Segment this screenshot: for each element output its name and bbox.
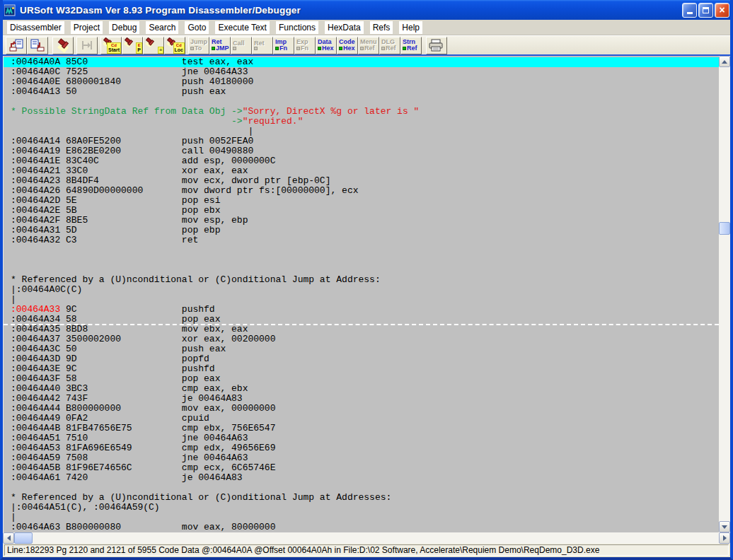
code-line[interactable]: :00464A35 8BD8 mov ebx, eax <box>4 325 719 334</box>
code-line[interactable]: :00464A0C 7525 jne 00464A33 <box>4 67 719 77</box>
open-disassembly-button[interactable] <box>6 37 27 54</box>
code-line[interactable]: :00464A53 81FA696E6549 cmp edx, 49656E69 <box>4 443 719 453</box>
maximize-button[interactable] <box>698 3 713 18</box>
return-jump-label: RetJMP <box>210 39 230 52</box>
menu-item-disassembler[interactable]: Disassembler <box>7 21 64 34</box>
menu-item-refs[interactable]: Refs <box>370 21 393 34</box>
code-line[interactable]: :00464A3D 9D popfd <box>4 354 719 364</box>
vertical-scroll-thumb[interactable] <box>719 222 730 235</box>
horizontal-scroll-track[interactable] <box>33 532 719 544</box>
save-disassembly-button[interactable] <box>27 37 48 54</box>
code-line[interactable]: :00464A42 743F je 00464A83 <box>4 394 719 404</box>
code-line[interactable]: :00464A13 50 push eax <box>4 87 719 97</box>
string-ref-button[interactable]: StrnRef <box>400 37 422 54</box>
code-line[interactable]: :00464A1E 83C40C add esp, 0000000C <box>4 156 719 166</box>
code-line[interactable]: :00464A21 33C0 xor eax, eax <box>4 166 719 176</box>
code-line[interactable]: :00464A34 58 pop eax <box>4 315 719 325</box>
code-line[interactable]: :00464A33 9C pushfd <box>4 305 719 315</box>
code-line[interactable]: :00464A26 64890D00000000 mov dword ptr f… <box>4 186 719 196</box>
scroll-up-button[interactable] <box>719 56 730 67</box>
menu-item-search[interactable]: Search <box>146 21 178 34</box>
code-line[interactable]: :00464A23 8B4DF4 mov ecx, dword ptr [ebp… <box>4 176 719 186</box>
code-line[interactable]: :00464A2F 8BE5 mov esp, ebp <box>4 216 719 226</box>
code-line[interactable]: :00464A3F 58 pop eax <box>4 374 719 384</box>
code-line[interactable]: :00464A0E 6800001840 push 40180000 <box>4 77 719 87</box>
reference-comment: | <box>4 513 719 523</box>
up-arrow-icon <box>722 60 727 64</box>
code-line[interactable]: :00464A3C 50 push eax <box>4 344 719 354</box>
code-line[interactable]: :00464A61 7420 je 00464A83 <box>4 473 719 483</box>
goto-entry-point-label: EP <box>136 42 142 54</box>
vertical-scrollbar[interactable] <box>719 56 730 532</box>
code-line[interactable]: :00464A2D 5E pop esi <box>4 196 719 206</box>
status-bar: Line:182293 Pg 2120 and 2121 of 5955 Cod… <box>3 544 730 556</box>
code-line[interactable]: :00464A31 5D pop ebp <box>4 226 719 235</box>
menu-bar: DisassemblerProjectDebugSearchGotoExecut… <box>3 20 730 35</box>
scroll-left-button[interactable] <box>3 532 14 544</box>
code-line[interactable]: :00464A63 B800000080 mov eax, 80000000 <box>4 523 719 532</box>
code-line[interactable]: :00464A37 3500002000 xor eax, 00200000 <box>4 334 719 344</box>
menu-ref-button: MenuRef <box>358 37 379 54</box>
stringdata-ref-comment: ->"required." <box>4 117 719 127</box>
code-line[interactable]: :00464A49 0FA2 cpuid <box>4 414 719 424</box>
blank-line <box>4 265 719 275</box>
code-line[interactable]: :00464A44 B800000000 mov eax, 00000000 <box>4 404 719 414</box>
reference-comment: |:00464A0C(C) <box>4 285 719 295</box>
close-button[interactable]: × <box>715 3 729 18</box>
code-hex-button[interactable]: CodeHex <box>337 37 358 54</box>
green-square-icon <box>339 47 342 50</box>
code-line[interactable]: :00464A4B 81FB47656E75 cmp ebx, 756E6547 <box>4 424 719 433</box>
code-line[interactable]: :00464A40 3BC3 cmp eax, ebx <box>4 384 719 394</box>
scroll-down-button[interactable] <box>719 521 730 532</box>
print-button[interactable] <box>426 37 447 54</box>
horizontal-scrollbar[interactable] <box>3 532 730 544</box>
goto-code-start-label: CdStart <box>107 42 121 54</box>
menu-item-hexdata[interactable]: HexData <box>325 21 364 34</box>
reload-icon <box>79 38 95 52</box>
vertical-scroll-track[interactable] <box>719 67 730 521</box>
menu-item-execute-text[interactable]: Execute Text <box>215 21 269 34</box>
left-arrow-icon <box>7 535 11 541</box>
code-line[interactable]: :00464A2E 5B pop ebx <box>4 206 719 216</box>
return-jump-button[interactable]: RetJMP <box>209 37 231 54</box>
reference-comment: | <box>4 127 719 136</box>
horizontal-scroll-thumb[interactable] <box>14 532 33 544</box>
menu-item-goto[interactable]: Goto <box>185 21 209 34</box>
open-disassembly-icon <box>8 38 24 52</box>
disassemble-button[interactable] <box>52 37 74 54</box>
goto-code-start-button[interactable]: CdStart <box>100 37 122 54</box>
dialog-ref-button: DLGRef <box>379 37 400 54</box>
code-line[interactable]: :00464A51 7510 jne 00464A63 <box>4 433 719 443</box>
menu-item-functions[interactable]: Functions <box>276 21 318 34</box>
selected-code-line[interactable]: :00464A0A 85C0 test eax, eax <box>4 57 719 67</box>
call-label: Call <box>231 40 251 50</box>
window-controls: × <box>682 3 729 18</box>
save-disassembly-icon <box>30 38 45 52</box>
code-line[interactable]: :00464A5B 81F96E74656C cmp ecx, 6C65746E <box>4 463 719 473</box>
minimize-button[interactable] <box>682 3 697 18</box>
disassembly-view[interactable]: :00464A0A 85C0 test eax, eax:00464A0C 75… <box>3 56 719 532</box>
menu-item-debug[interactable]: Debug <box>109 21 139 34</box>
jump-to-button: JumpTo <box>188 37 209 54</box>
blank-line <box>4 255 719 265</box>
goto-entry-point-button[interactable]: EP <box>122 37 143 54</box>
data-hex-button[interactable]: DataHex <box>316 37 337 54</box>
status-text: Line:182293 Pg 2120 and 2121 of 5955 Cod… <box>4 544 729 556</box>
code-line[interactable]: :00464A32 C3 ret <box>4 235 719 245</box>
menu-item-help[interactable]: Help <box>399 21 422 34</box>
down-arrow-icon <box>722 525 727 529</box>
disassemble-icon <box>54 37 71 53</box>
goto-code-location-button[interactable]: CdLoc <box>164 37 185 54</box>
code-line[interactable]: :00464A59 7508 jne 00464A63 <box>4 453 719 463</box>
code-line[interactable]: :00464A3E 9C pushfd <box>4 364 719 374</box>
green-square-icon <box>403 47 406 50</box>
import-function-button[interactable]: ImpFn <box>273 37 294 54</box>
code-line[interactable]: :00464A19 E862BE0200 call 00490880 <box>4 146 719 156</box>
code-line[interactable]: :00464A14 68A0FE5200 push 0052FEA0 <box>4 136 719 146</box>
toolbar: CdStartEP≡CdLocJumpToRetJMPCallRetImpFnE… <box>3 35 730 54</box>
reference-comment: | <box>4 295 719 305</box>
goto-page-button[interactable]: ≡ <box>143 37 164 54</box>
menu-item-project[interactable]: Project <box>71 21 103 34</box>
title-bar: URSoft W32Dasm Ver 8.93 Program Disassem… <box>0 0 733 20</box>
scroll-right-button[interactable] <box>719 532 730 544</box>
